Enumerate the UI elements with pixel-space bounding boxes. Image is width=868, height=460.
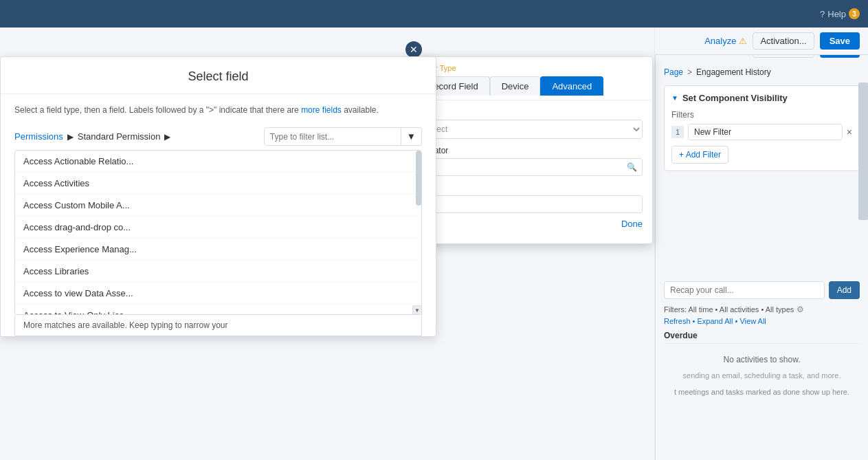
analyze-button[interactable]: Analyze ⚠ xyxy=(704,36,747,46)
breadcrumb-page[interactable]: Page xyxy=(664,67,683,77)
list-item[interactable]: Access Experience Manag... xyxy=(15,239,421,261)
right-panel: Analyze ⚠ Activation... Save Page > Enga… xyxy=(655,28,868,460)
recap-input[interactable] xyxy=(664,281,825,299)
scroll-thumb xyxy=(416,151,421,206)
save-button[interactable]: Save xyxy=(820,32,860,50)
filter-type-label: Filter Type xyxy=(416,64,643,72)
field-label: Field xyxy=(416,107,643,117)
select-field-modal: Select field Select a field type, then a… xyxy=(0,56,436,337)
list-item[interactable]: Access drag-and-drop co... xyxy=(15,217,421,239)
select-field-desc: Select a field type, then a field. Label… xyxy=(1,94,436,123)
filter-modal-header: Filter Type Record Field Device Advanced xyxy=(406,57,652,100)
breadcrumb-standard-permission: Standard Permission xyxy=(78,131,161,142)
value-input[interactable] xyxy=(416,195,643,213)
refresh-link[interactable]: Refresh xyxy=(664,317,691,325)
warning-icon: ⚠ xyxy=(739,36,747,46)
list-item[interactable]: Access to view Data Asse... xyxy=(15,283,421,305)
filter-tabs: Record Field Device Advanced xyxy=(416,76,643,96)
search-icon: 🔍 xyxy=(627,162,637,172)
breadcrumb-arrow2-icon: ▶ xyxy=(164,132,170,142)
list-item[interactable]: Access Actionable Relatio... xyxy=(15,151,421,173)
breadcrumb-arrow-icon: ▶ xyxy=(67,132,74,142)
filter-input-area: ▼ xyxy=(264,127,422,146)
no-activities-sub: sending an email, scheduling a task, and… xyxy=(664,371,860,380)
engagement-links: Refresh • Expand All • View All xyxy=(664,317,860,325)
scroll-down-button[interactable]: ▼ xyxy=(412,305,422,315)
analyze-label: Analyze xyxy=(704,36,736,46)
operator-input[interactable] xyxy=(416,158,643,176)
select-field-title: Select field xyxy=(1,57,436,94)
filters-text: Filters: All time • All activities • All… xyxy=(664,305,794,314)
help-label[interactable]: Help xyxy=(827,9,846,19)
no-activities-text: No activities to show. xyxy=(664,348,860,371)
filter-number: 1 xyxy=(671,126,684,138)
set-component-title: ▼ Set Component Visibility xyxy=(671,93,852,103)
gear-icon[interactable]: ⚙ xyxy=(797,305,804,314)
chevron-down-icon[interactable]: ▼ xyxy=(671,94,678,102)
filter-close-icon[interactable]: × xyxy=(847,127,852,138)
breadcrumb: Page > Engagement History xyxy=(664,67,860,77)
breadcrumb-permissions-link[interactable]: Permissions xyxy=(14,131,63,142)
more-matches-text: More matches are available. Keep typing … xyxy=(14,315,422,336)
list-item[interactable]: Access to View-Only Lice... xyxy=(15,305,421,315)
dropdown-list: Access Actionable Relatio... Access Acti… xyxy=(14,150,422,315)
tab-device[interactable]: Device xyxy=(490,76,541,96)
operator-label: Operator xyxy=(416,146,643,155)
filter-list-input[interactable] xyxy=(264,127,401,146)
value-label: Value xyxy=(416,183,643,193)
breadcrumb-separator: > xyxy=(687,67,692,77)
done-button[interactable]: Done xyxy=(621,219,643,229)
expand-all-link[interactable]: Expand All xyxy=(698,317,733,325)
filter-value-input[interactable] xyxy=(688,124,843,140)
overdue-label: Overdue xyxy=(664,331,860,344)
close-filter-modal-button[interactable]: ✕ xyxy=(405,41,422,58)
add-filter-button[interactable]: + Add Filter xyxy=(671,146,728,164)
breadcrumb-current: Engagement History xyxy=(696,67,771,77)
question-icon: ? xyxy=(820,9,825,19)
help-badge: 3 xyxy=(849,8,860,19)
engagement-section: Add Filters: All time • All activities •… xyxy=(664,281,860,396)
filter-dropdown-button[interactable]: ▼ xyxy=(401,127,422,146)
add-filter-label: + Add Filter xyxy=(679,150,721,160)
list-item[interactable]: Access Custom Mobile A... xyxy=(15,195,421,217)
list-item[interactable]: Access Libraries xyxy=(15,261,421,283)
add-activity-button[interactable]: Add xyxy=(829,281,860,299)
list-item[interactable]: Access Activities xyxy=(15,173,421,195)
top-bar: ? Help 3 xyxy=(0,0,868,28)
action-bar: Analyze ⚠ Activation... Save xyxy=(655,28,868,55)
activation-button[interactable]: Activation... xyxy=(753,32,814,50)
filter-modal-body: Field Select Operator 🔍 Value Done xyxy=(406,100,652,237)
more-fields-link[interactable]: more fields xyxy=(301,105,342,115)
filters-label: Filters xyxy=(671,110,852,120)
done-button-wrap: Done xyxy=(416,217,643,230)
field-select[interactable]: Select xyxy=(416,120,643,139)
tab-advanced[interactable]: Advanced xyxy=(540,76,603,96)
meetings-note: t meetings and tasks marked as done show… xyxy=(664,388,860,396)
operator-input-wrap: 🔍 xyxy=(416,158,643,176)
filter-row: 1 × xyxy=(671,124,852,140)
filter-type-modal: Filter Type Record Field Device Advanced… xyxy=(405,56,653,244)
view-all-link[interactable]: View All xyxy=(739,317,766,325)
help-section: ? Help 3 xyxy=(820,8,860,19)
select-field-breadcrumb: Permissions ▶ Standard Permission ▶ ▼ xyxy=(1,123,436,150)
set-component-section: ▼ Set Component Visibility Filters 1 × +… xyxy=(664,85,860,171)
